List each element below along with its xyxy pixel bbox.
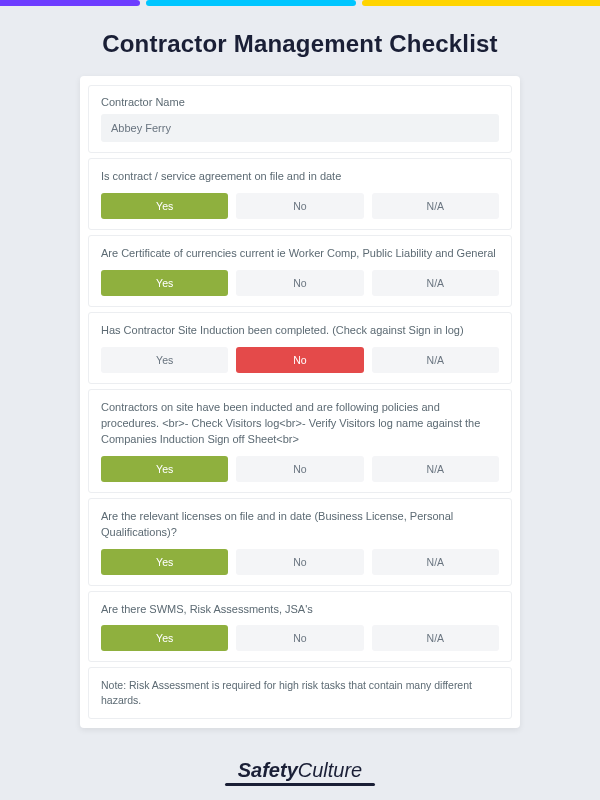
question-text: Are there SWMS, Risk Assessments, JSA's — [101, 602, 499, 618]
option-na[interactable]: N/A — [372, 625, 499, 651]
question-card: Is contract / service agreement on file … — [88, 158, 512, 230]
option-no[interactable]: No — [236, 456, 363, 482]
option-no[interactable]: No — [236, 625, 363, 651]
option-na[interactable]: N/A — [372, 347, 499, 373]
option-no[interactable]: No — [236, 549, 363, 575]
note-text: Note: Risk Assessment is required for hi… — [101, 678, 499, 707]
option-yes[interactable]: Yes — [101, 193, 228, 219]
question-text: Are the relevant licenses on file and in… — [101, 509, 499, 541]
option-yes[interactable]: Yes — [101, 549, 228, 575]
option-no[interactable]: No — [236, 270, 363, 296]
option-row: Yes No N/A — [101, 456, 499, 482]
accent-bar — [0, 0, 600, 6]
option-na[interactable]: N/A — [372, 456, 499, 482]
option-no[interactable]: No — [236, 193, 363, 219]
question-card: Contractors on site have been inducted a… — [88, 389, 512, 493]
option-yes[interactable]: Yes — [101, 270, 228, 296]
brand-bold: Safety — [238, 759, 298, 781]
option-no[interactable]: No — [236, 347, 363, 373]
option-row: Yes No N/A — [101, 625, 499, 651]
question-card: Are the relevant licenses on file and in… — [88, 498, 512, 586]
question-card: Are Certificate of currencies current ie… — [88, 235, 512, 307]
option-yes[interactable]: Yes — [101, 456, 228, 482]
option-row: Yes No N/A — [101, 193, 499, 219]
option-na[interactable]: N/A — [372, 193, 499, 219]
question-text: Are Certificate of currencies current ie… — [101, 246, 499, 262]
option-row: Yes No N/A — [101, 549, 499, 575]
option-row: Yes No N/A — [101, 270, 499, 296]
question-text: Has Contractor Site Induction been compl… — [101, 323, 499, 339]
note-card: Note: Risk Assessment is required for hi… — [88, 667, 512, 718]
option-yes[interactable]: Yes — [101, 625, 228, 651]
brand-light: Culture — [298, 759, 362, 781]
question-text: Is contract / service agreement on file … — [101, 169, 499, 185]
question-card: Are there SWMS, Risk Assessments, JSA's … — [88, 591, 512, 663]
checklist-sheet: Contractor Name Is contract / service ag… — [80, 76, 520, 728]
brand-underline — [225, 783, 375, 786]
brand-logo: SafetyCulture — [0, 759, 600, 786]
contractor-name-input[interactable] — [101, 114, 499, 142]
option-yes[interactable]: Yes — [101, 347, 228, 373]
page-title: Contractor Management Checklist — [0, 30, 600, 58]
contractor-name-label: Contractor Name — [101, 96, 499, 108]
question-card: Has Contractor Site Induction been compl… — [88, 312, 512, 384]
contractor-name-card: Contractor Name — [88, 85, 512, 153]
question-text: Contractors on site have been inducted a… — [101, 400, 499, 448]
option-na[interactable]: N/A — [372, 549, 499, 575]
option-na[interactable]: N/A — [372, 270, 499, 296]
option-row: Yes No N/A — [101, 347, 499, 373]
